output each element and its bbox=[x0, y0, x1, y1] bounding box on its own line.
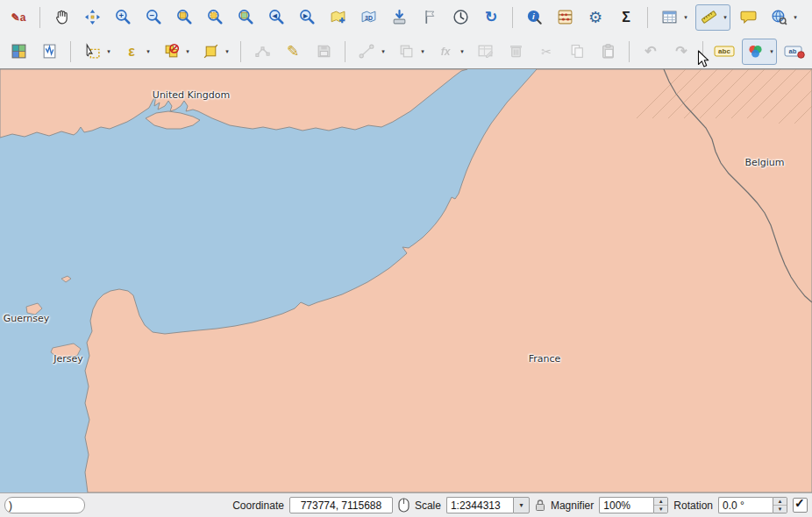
zoom-next-icon[interactable]: ▸ bbox=[295, 5, 319, 30]
layout-manager-icon[interactable] bbox=[417, 5, 442, 30]
zoom-full-icon[interactable] bbox=[172, 5, 196, 30]
cut-features-button: ✂ bbox=[533, 39, 559, 65]
toolbar-separator bbox=[345, 41, 345, 62]
toggle-editing-icon[interactable]: ✎ bbox=[281, 39, 305, 64]
toolbar-row-2: ▾ε▾▾▾✎▾▾fx▾✂↶↷abc▾ababcab bbox=[0, 34, 812, 68]
pin-labels-button: ab bbox=[781, 39, 808, 65]
zoom-out-icon[interactable]: − bbox=[141, 5, 166, 30]
lock-scale-icon[interactable] bbox=[535, 499, 545, 512]
mouse-position-icon[interactable] bbox=[398, 498, 410, 513]
modify-attributes-button: fx▾ bbox=[432, 39, 467, 65]
copy-features-button bbox=[564, 39, 590, 65]
vertex-tool-icon bbox=[250, 39, 274, 64]
redo-icon: ↷ bbox=[669, 39, 694, 64]
zoom-to-selection-button bbox=[202, 4, 228, 31]
edit-attributes-icon bbox=[473, 39, 497, 64]
vertex-tool-button bbox=[249, 39, 275, 65]
select-features-dropdown[interactable]: ▾ bbox=[104, 39, 113, 64]
measure-dropdown[interactable]: ▾ bbox=[721, 5, 730, 30]
digitize-segment-dropdown[interactable]: ▾ bbox=[379, 39, 388, 64]
statistical-summary-button bbox=[552, 4, 578, 31]
deselect-features-dropdown[interactable]: ▾ bbox=[183, 39, 192, 64]
undo-icon: ↶ bbox=[638, 39, 663, 64]
metasearch-dropdown[interactable]: ▾ bbox=[791, 5, 800, 30]
layer-diagram-icon[interactable] bbox=[743, 39, 767, 64]
scale-label: Scale bbox=[415, 499, 441, 512]
coordinate-input[interactable] bbox=[289, 497, 393, 513]
magnifier-up-button[interactable]: ▲ bbox=[654, 498, 667, 506]
zoom-to-selection-icon[interactable] bbox=[203, 5, 227, 30]
map-canvas[interactable]: United KingdomBelgiumFranceGuernseyJerse… bbox=[0, 69, 812, 492]
sum-features-button: Σ bbox=[613, 4, 639, 31]
layer-diagram-button: ▾ bbox=[742, 39, 777, 65]
metasearch-icon[interactable] bbox=[766, 5, 791, 30]
pan-map-icon[interactable] bbox=[49, 5, 74, 30]
delete-selected-button bbox=[502, 39, 529, 65]
identify-features-icon[interactable]: i bbox=[522, 5, 546, 30]
map-label-belgium: Belgium bbox=[744, 157, 784, 168]
gps-information-icon[interactable] bbox=[387, 5, 411, 30]
toggle-editing-button: ✎ bbox=[280, 39, 306, 65]
select-features-button: ▾ bbox=[79, 39, 114, 65]
copy-features-icon bbox=[565, 39, 589, 64]
layer-labeling-icon[interactable]: abc bbox=[712, 39, 737, 64]
toolbar-separator bbox=[629, 41, 630, 62]
cut-features-icon: ✂ bbox=[534, 39, 559, 64]
attribute-table-button: ▾ bbox=[656, 4, 691, 31]
new-3d-map-view-icon[interactable]: 3D bbox=[356, 5, 381, 30]
current-edits-icon[interactable] bbox=[6, 39, 31, 64]
digitize-shape-button bbox=[36, 39, 62, 65]
save-edits-button bbox=[310, 39, 337, 65]
processing-toolbox-icon[interactable]: ⚙ bbox=[583, 5, 608, 30]
refresh-map-icon[interactable]: ↻ bbox=[479, 5, 503, 30]
zoom-in-icon[interactable]: + bbox=[110, 5, 135, 30]
digitize-shape-icon[interactable] bbox=[37, 39, 61, 64]
locator-input[interactable] bbox=[4, 497, 85, 513]
new-3d-map-view-button: 3D bbox=[355, 4, 381, 31]
move-feature-icon bbox=[394, 39, 418, 64]
rotation-down-button[interactable]: ▼ bbox=[773, 506, 787, 513]
select-by-expression-icon[interactable]: ε bbox=[119, 39, 144, 64]
pan-to-selection-icon[interactable] bbox=[80, 5, 104, 30]
map-tips-icon[interactable] bbox=[736, 5, 760, 30]
new-map-view-icon[interactable] bbox=[325, 5, 350, 30]
magnifier-spinbox: ▲ ▼ bbox=[599, 497, 668, 513]
pin-labels-icon[interactable]: ab bbox=[782, 39, 807, 64]
scale-dropdown[interactable]: ▾ bbox=[513, 497, 530, 513]
pan-map-button bbox=[48, 4, 75, 31]
zoom-last-button: ◂ bbox=[263, 4, 289, 31]
select-by-value-button: ▾ bbox=[197, 39, 232, 65]
measure-icon[interactable] bbox=[696, 5, 721, 30]
status-bar: Coordinate Scale ▾ Magnifier ▲ ▼ Rotatio… bbox=[0, 492, 812, 517]
rotation-spin-buttons: ▲ ▼ bbox=[773, 497, 787, 513]
statistical-summary-icon[interactable] bbox=[552, 5, 577, 30]
render-checkbox[interactable] bbox=[793, 498, 808, 513]
select-by-expression-button: ε▾ bbox=[118, 39, 153, 65]
scale-combo: ▾ bbox=[446, 497, 530, 513]
temporal-controller-icon[interactable] bbox=[448, 5, 473, 30]
move-feature-dropdown[interactable]: ▾ bbox=[418, 39, 427, 64]
select-features-icon[interactable] bbox=[80, 39, 104, 64]
zoom-last-icon[interactable]: ◂ bbox=[264, 5, 288, 30]
map-tips-button bbox=[735, 4, 761, 31]
map-label-france: France bbox=[529, 353, 561, 365]
magnifier-down-button[interactable]: ▼ bbox=[654, 506, 667, 513]
sum-features-icon[interactable]: Σ bbox=[614, 5, 638, 30]
attribute-table-dropdown[interactable]: ▾ bbox=[681, 5, 690, 30]
deselect-features-icon[interactable] bbox=[159, 39, 183, 64]
zoom-to-layer-icon[interactable] bbox=[233, 5, 258, 30]
annotation-icon[interactable]: ✎a bbox=[6, 5, 31, 30]
rotation-up-button[interactable]: ▲ bbox=[773, 498, 787, 506]
scale-input[interactable] bbox=[446, 497, 513, 513]
map-graphic bbox=[0, 69, 812, 492]
map-label-jersey: Jersey bbox=[53, 353, 83, 365]
select-by-value-dropdown[interactable]: ▾ bbox=[223, 39, 231, 64]
modify-attributes-dropdown[interactable]: ▾ bbox=[458, 39, 467, 64]
magnifier-input[interactable] bbox=[599, 497, 653, 513]
select-by-expression-dropdown[interactable]: ▾ bbox=[144, 39, 153, 64]
attribute-table-icon[interactable] bbox=[657, 5, 681, 30]
select-by-value-icon[interactable] bbox=[198, 39, 223, 64]
rotation-input[interactable] bbox=[718, 497, 773, 513]
layer-diagram-dropdown[interactable]: ▾ bbox=[767, 39, 776, 64]
pan-to-selection-button bbox=[79, 4, 105, 31]
